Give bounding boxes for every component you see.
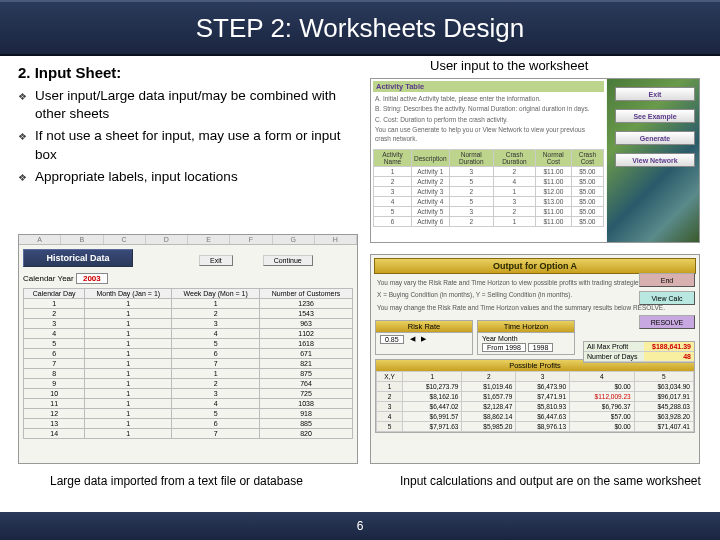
bullet-text: If not use a sheet for input, may use a … [35,127,348,163]
col-letter: B [61,235,103,244]
table-row: 2Activity 254$11.00$5.00 [374,177,604,187]
table-row: 4$6,991.57$8,862.14$6,447.63$57.00$63,92… [377,412,694,422]
from-year[interactable]: From 1998 [482,343,526,352]
cell: $5.00 [571,177,603,187]
cell: 1 [85,369,172,379]
generate-button[interactable]: Generate [615,131,695,145]
diamond-icon: ❖ [18,87,27,123]
col-letter: D [146,235,188,244]
cell: 963 [260,319,353,329]
cell: 2 [374,177,412,187]
cell: 8 [24,369,85,379]
table-row: 5Activity 532$11.00$5.00 [374,207,604,217]
historical-data-banner: Historical Data [23,249,133,267]
cell: 2 [24,309,85,319]
cell: $6,447.02 [403,402,462,412]
table-row: 616671 [24,349,353,359]
cell: 7 [172,429,260,439]
figure-activity-table: Activity Table A. Initial active Activit… [370,78,700,243]
cell: 885 [260,419,353,429]
content-area: User input to the worksheet 2. Input She… [0,56,720,512]
cell: $10,273.79 [403,382,462,392]
cell: 10 [24,389,85,399]
cell: $45,288.03 [634,402,693,412]
cell: Activity 3 [412,187,450,197]
figure-output-option: Output for Option A You may vary the Ris… [370,254,700,464]
resolve-button[interactable]: RESOLVE [639,315,695,329]
row-label: 1 [377,382,403,392]
cell: 5 [374,207,412,217]
table-row: 1316885 [24,419,353,429]
bullet-text: Appropriate labels, input locations [35,168,238,186]
diamond-icon: ❖ [18,127,27,163]
table-row: 1Activity 132$11.00$5.00 [374,167,604,177]
year-value[interactable]: 2003 [76,273,108,284]
summary-box: All Max Profit$188,641.39 Number of Days… [583,341,695,363]
col-letter: E [188,235,230,244]
cell: 1 [85,339,172,349]
cell: $5,810.93 [516,402,570,412]
cell: $8,162.16 [403,392,462,402]
cell: $112,009.23 [570,392,635,402]
cell: 5 [172,339,260,349]
view-network-button[interactable]: View Network [615,153,695,167]
exit-button[interactable]: Exit [615,87,695,101]
exit-button[interactable]: Exit [199,255,233,266]
cell: $5.00 [571,187,603,197]
col-header: Activity Name [374,150,412,167]
col-letter: H [315,235,357,244]
cell: 4 [24,329,85,339]
cell: $8,862.14 [462,412,516,422]
cell: $5.00 [571,197,603,207]
cell: 6 [172,419,260,429]
cell: $7,471.91 [516,392,570,402]
risk-rate-box: Risk Rate 0.85◀▶ [375,320,473,355]
cell: $11.00 [535,177,571,187]
year-row: Calendar Year 2003 [23,273,353,284]
cell: 3 [493,197,535,207]
cell: 1 [85,319,172,329]
cell: $96,017.91 [634,392,693,402]
cell: 2 [172,379,260,389]
scenic-image: Exit See Example Generate View Network [607,79,699,242]
cell: $2,128.47 [462,402,516,412]
cell: $11.00 [535,167,571,177]
activity-header: Activity Table [373,81,604,92]
table-row: 1111236 [24,299,353,309]
view-calc-button[interactable]: View Calc [639,291,695,305]
continue-button[interactable]: Continue [263,255,313,266]
col-header: Crash Cost [571,150,603,167]
cell: 671 [260,349,353,359]
col-letter: C [104,235,146,244]
col-header: Crash Duration [493,150,535,167]
cell: 2 [449,217,493,227]
bullet-text: User input/Large data input/may be combi… [35,87,348,123]
table-row: 1013725 [24,389,353,399]
cell: $0.00 [570,422,635,432]
cell: $1,657.79 [462,392,516,402]
col-header: Normal Cost [535,150,571,167]
see-example-button[interactable]: See Example [615,109,695,123]
right-arrow-icon[interactable]: ▶ [421,335,426,344]
table-header-row: Calendar Day Month Day (Jan = 1) Week Da… [24,289,353,299]
end-button[interactable]: End [639,273,695,287]
intro-text: C. Cost: Duration to perform the crash a… [373,116,604,124]
cell: 820 [260,429,353,439]
cell: 918 [260,409,353,419]
cell: 1 [172,369,260,379]
left-arrow-icon[interactable]: ◀ [410,335,415,344]
cell: $8,976.13 [516,422,570,432]
col-letter: F [230,235,272,244]
cell: 2 [493,167,535,177]
cell: 3 [449,167,493,177]
col-header: Calendar Day [24,289,85,299]
summary-value: 48 [644,352,694,361]
cell: 1 [85,359,172,369]
cell: $57.00 [570,412,635,422]
intro-text: B. String: Describes the activity. Norma… [373,105,604,113]
cell: 3 [374,187,412,197]
cell: 1 [85,399,172,409]
risk-value[interactable]: 0.85 [380,335,404,344]
diamond-icon: ❖ [18,168,27,186]
to-year[interactable]: 1998 [528,343,554,352]
